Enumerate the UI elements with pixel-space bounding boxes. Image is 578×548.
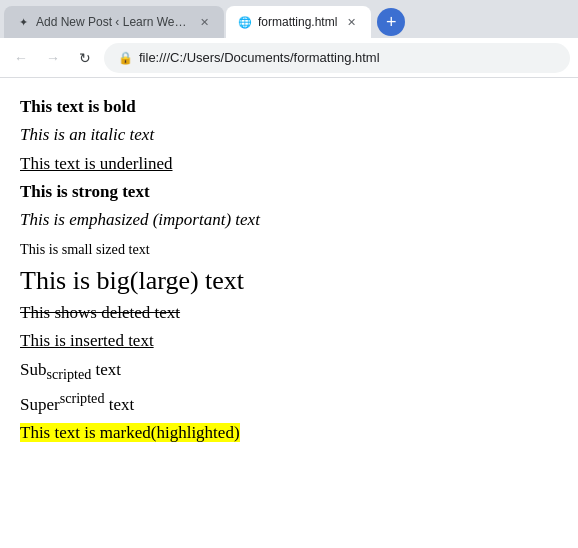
line-ins: This is inserted text (20, 328, 558, 354)
back-button[interactable]: ← (8, 45, 34, 71)
line-del: This shows deleted text (20, 300, 558, 326)
text-ins: This is inserted text (20, 331, 154, 350)
text-del: This shows deleted text (20, 303, 180, 322)
line-strong: This is strong text (20, 179, 558, 205)
url-security-icon: 🔒 (118, 51, 133, 65)
tab-close-wordpress[interactable]: ✕ (196, 14, 212, 30)
text-italic: This is an italic text (20, 125, 154, 144)
tab-label-wordpress: Add New Post ‹ Learn Web With (36, 15, 190, 29)
reload-button[interactable]: ↻ (72, 45, 98, 71)
line-big: This is big(large) text (20, 264, 558, 298)
text-strong: This is strong text (20, 182, 150, 201)
text-underline: This text is underlined (20, 154, 173, 173)
tab-formatting[interactable]: 🌐 formatting.html ✕ (226, 6, 371, 38)
browser-window: ✦ Add New Post ‹ Learn Web With ✕ 🌐 form… (0, 0, 578, 548)
page-content: This text is bold This is an italic text… (0, 78, 578, 548)
text-bold: This text is bold (20, 97, 136, 116)
text-mark: This text is marked(highlighted) (20, 423, 240, 442)
tab-close-formatting[interactable]: ✕ (343, 14, 359, 30)
text-em: This is emphasized (important) text (20, 210, 260, 229)
line-small: This is small sized text (20, 236, 558, 262)
text-sup: Superscripted text (20, 395, 134, 414)
line-em: This is emphasized (important) text (20, 207, 558, 233)
tab-bar: ✦ Add New Post ‹ Learn Web With ✕ 🌐 form… (0, 0, 578, 38)
tab-label-formatting: formatting.html (258, 15, 337, 29)
line-sub: Subscripted text (20, 357, 558, 386)
tab-favicon-wordpress: ✦ (16, 15, 30, 29)
line-sup: Superscripted text (20, 388, 558, 418)
line-underline: This text is underlined (20, 151, 558, 177)
tab-wordpress[interactable]: ✦ Add New Post ‹ Learn Web With ✕ (4, 6, 224, 38)
line-bold: This text is bold (20, 94, 558, 120)
new-tab-button[interactable]: + (377, 8, 405, 36)
text-big: This is big(large) text (20, 266, 244, 295)
line-italic: This is an italic text (20, 122, 558, 148)
address-bar: ← → ↻ 🔒 file:///C:/Users/Documents/forma… (0, 38, 578, 78)
line-mark: This text is marked(highlighted) (20, 420, 558, 446)
tab-favicon-formatting: 🌐 (238, 15, 252, 29)
url-text: file:///C:/Users/Documents/formatting.ht… (139, 50, 380, 65)
text-sub: Subscripted text (20, 360, 121, 379)
url-bar[interactable]: 🔒 file:///C:/Users/Documents/formatting.… (104, 43, 570, 73)
forward-button[interactable]: → (40, 45, 66, 71)
text-small: This is small sized text (20, 241, 150, 257)
